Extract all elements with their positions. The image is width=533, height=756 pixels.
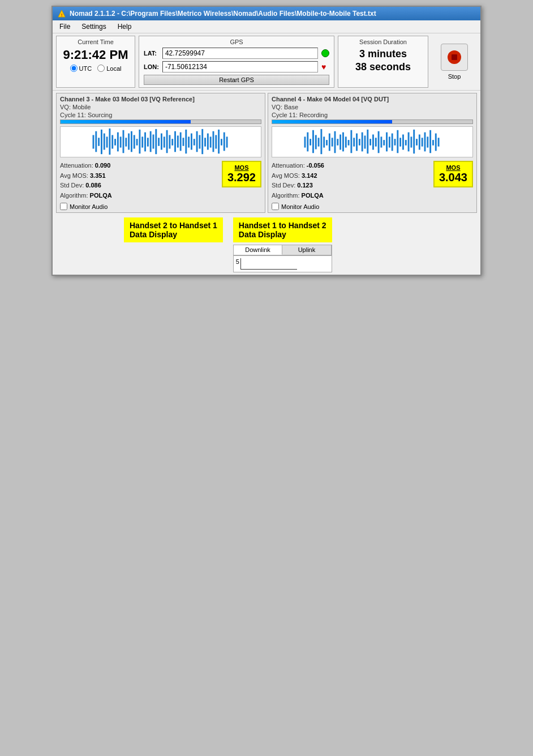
tab-uplink[interactable]: Uplink [282, 245, 331, 255]
svg-rect-54 [310, 139, 311, 146]
svg-rect-83 [389, 136, 390, 147]
svg-rect-39 [194, 139, 195, 146]
channel4-progress-wrap [272, 119, 473, 124]
svg-rect-36 [185, 130, 187, 153]
svg-rect-21 [144, 133, 146, 152]
lat-label: LAT: [144, 50, 159, 57]
svg-rect-9 [111, 135, 113, 148]
channel4-vq: VQ: Base [272, 104, 473, 110]
annotation-right-line2: Data Display [239, 230, 286, 239]
svg-rect-70 [353, 138, 355, 146]
svg-rect-53 [307, 133, 308, 152]
session-label: Session Duration [343, 39, 423, 45]
svg-rect-73 [362, 133, 363, 152]
utc-radio[interactable] [70, 65, 78, 72]
channel4-stats-area: MOS 3.043 Attenuation: -0.056 Avg MOS: 3… [272, 161, 473, 200]
restart-gps-button[interactable]: Restart GPS [144, 75, 329, 85]
stop-button[interactable] [441, 44, 468, 71]
svg-rect-63 [334, 131, 336, 153]
svg-rect-95 [422, 138, 423, 146]
svg-rect-13 [123, 130, 124, 153]
svg-rect-23 [150, 131, 152, 152]
svg-rect-93 [416, 139, 418, 146]
chart-y-label: 5 [236, 258, 239, 265]
svg-rect-98 [429, 130, 431, 153]
channel3-monitor-label: Monitor Audio [70, 203, 108, 210]
channel4-mos-box: MOS 3.043 [433, 161, 473, 187]
svg-rect-62 [332, 138, 333, 146]
svg-rect-16 [131, 131, 132, 152]
svg-rect-56 [315, 135, 317, 149]
app-icon: ! [57, 9, 66, 18]
channel3-mos-value: 3.292 [227, 171, 256, 184]
channel4-mos-label: MOS [439, 164, 467, 171]
toolbar: Current Time 9:21:42 PM UTC Local GPS LA… [53, 33, 480, 91]
menu-settings[interactable]: Settings [77, 22, 110, 32]
channel4-mos-value: 3.043 [439, 171, 467, 184]
svg-rect-82 [386, 133, 388, 152]
svg-rect-25 [155, 129, 157, 154]
annotation-left-line1: Handset 2 to Handset 1 [130, 221, 217, 230]
svg-rect-65 [339, 134, 341, 150]
channel4-monitor-audio: Monitor Audio [272, 203, 473, 210]
session-panel: Session Duration 3 minutes 38 seconds [338, 36, 428, 88]
svg-rect-38 [191, 134, 192, 150]
chart-axes [240, 258, 297, 270]
utc-label: UTC [79, 65, 92, 72]
svg-rect-79 [378, 131, 380, 153]
svg-rect-27 [161, 134, 162, 150]
svg-rect-74 [364, 135, 366, 148]
utc-radio-label[interactable]: UTC [70, 65, 92, 72]
svg-rect-45 [210, 136, 212, 147]
svg-rect-44 [207, 134, 209, 150]
channel3-progress-fill [61, 120, 191, 123]
channel4-progress-fill [272, 120, 392, 123]
svg-rect-34 [180, 133, 182, 151]
tab-downlink[interactable]: Downlink [234, 245, 282, 255]
menu-help[interactable]: Help [113, 22, 136, 32]
svg-rect-14 [125, 138, 127, 146]
time-display: 9:21:42 PM [61, 48, 130, 62]
annotation-right-line1: Handset 1 to Handset 2 [239, 221, 326, 230]
gps-panel: GPS LAT: LON: ♥ Restart GPS [139, 36, 334, 88]
svg-rect-51 [226, 136, 228, 147]
svg-rect-76 [369, 139, 371, 146]
svg-rect-26 [158, 138, 160, 146]
lon-label: LON: [144, 63, 159, 70]
svg-text:!: ! [61, 13, 62, 17]
svg-rect-66 [342, 133, 344, 152]
channel3-vq: VQ: Mobile [60, 104, 261, 110]
svg-rect-50 [223, 133, 225, 151]
svg-rect-101 [438, 138, 440, 146]
channel4-monitor-label: Monitor Audio [281, 203, 319, 210]
main-window: ! Nomad 2.1.1.2 - C:\Program Files\Metri… [51, 6, 482, 276]
annotation-left: Handset 2 to Handset 1 Data Display [124, 217, 223, 242]
svg-rect-8 [109, 129, 110, 155]
svg-rect-77 [372, 134, 374, 150]
svg-rect-42 [201, 129, 203, 154]
svg-rect-3 [95, 131, 97, 152]
channel4-monitor-checkbox[interactable] [272, 203, 279, 210]
svg-rect-81 [383, 140, 385, 146]
local-radio-label[interactable]: Local [97, 65, 121, 72]
svg-rect-4 [98, 138, 100, 146]
svg-rect-24 [153, 134, 154, 148]
local-radio[interactable] [97, 65, 105, 72]
svg-rect-32 [174, 131, 176, 152]
stop-label: Stop [448, 73, 461, 80]
lat-input[interactable] [162, 48, 318, 59]
svg-rect-72 [359, 139, 360, 146]
menu-file[interactable]: File [55, 22, 75, 32]
svg-rect-58 [320, 129, 322, 154]
lon-input[interactable] [162, 61, 318, 72]
gps-heart-indicator: ♥ [321, 62, 329, 71]
channel3-monitor-checkbox[interactable] [60, 203, 67, 210]
stop-square-icon [452, 54, 457, 60]
channel3-monitor-audio: Monitor Audio [60, 203, 261, 210]
window-title: Nomad 2.1.1.2 - C:\Program Files\Metrico… [70, 10, 376, 18]
session-time: 3 minutes 38 seconds [343, 48, 423, 74]
session-seconds: 38 seconds [343, 61, 423, 74]
annotation-right-container: Handset 1 to Handset 2 Data Display Down… [233, 217, 332, 272]
svg-rect-80 [380, 136, 382, 147]
svg-rect-52 [304, 136, 306, 147]
